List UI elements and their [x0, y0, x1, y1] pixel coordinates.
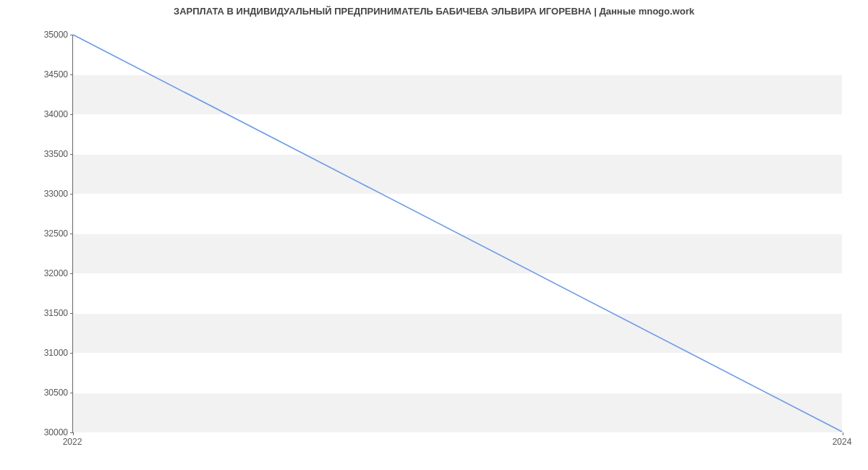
y-tick-label: 35000 — [0, 30, 68, 40]
y-tick-label: 32500 — [0, 228, 68, 239]
x-tick-label: 2022 — [63, 437, 82, 447]
y-tick-mark — [70, 273, 73, 274]
y-tick-mark — [70, 114, 73, 115]
y-tick-label: 33500 — [0, 149, 68, 159]
y-tick-label: 30500 — [0, 388, 68, 398]
y-tick-label: 31500 — [0, 308, 68, 318]
y-tick-label: 30000 — [0, 427, 68, 437]
y-tick-label: 34500 — [0, 69, 68, 80]
y-tick-label: 32000 — [0, 268, 68, 278]
y-tick-label: 31000 — [0, 348, 68, 358]
y-tick-mark — [70, 194, 73, 195]
chart-title: ЗАРПЛАТА В ИНДИВИДУАЛЬНЫЙ ПРЕДПРИНИМАТЕЛ… — [0, 6, 868, 17]
y-tick-label: 34000 — [0, 109, 68, 119]
y-tick-mark — [70, 74, 73, 75]
x-tick-label: 2024 — [833, 437, 852, 447]
line-series — [73, 35, 842, 432]
x-tick-mark — [843, 432, 843, 435]
y-tick-mark — [70, 353, 73, 354]
y-tick-mark — [70, 234, 73, 234]
y-tick-mark — [70, 35, 73, 35]
y-tick-mark — [70, 313, 73, 314]
y-tick-label: 33000 — [0, 189, 68, 199]
x-tick-mark — [73, 432, 74, 435]
y-tick-mark — [70, 154, 73, 155]
plot-area — [72, 35, 842, 432]
y-tick-mark — [70, 393, 73, 393]
chart-container: ЗАРПЛАТА В ИНДИВИДУАЛЬНЫЙ ПРЕДПРИНИМАТЕЛ… — [0, 0, 868, 470]
